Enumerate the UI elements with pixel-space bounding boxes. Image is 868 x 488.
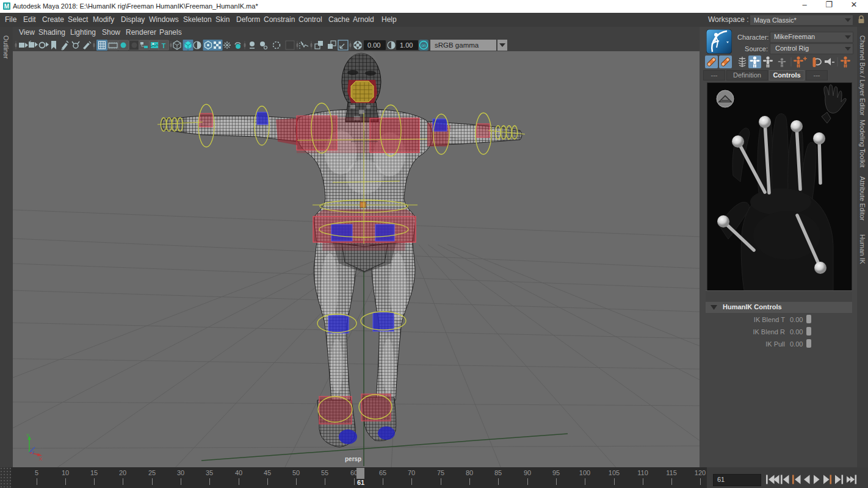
svg-text:X: X bbox=[39, 456, 43, 462]
svg-text:T: T bbox=[162, 42, 166, 49]
svg-text:0.00: 0.00 bbox=[367, 41, 380, 49]
svg-text:persp: persp bbox=[345, 456, 361, 462]
svg-text:sRGB gamma: sRGB gamma bbox=[435, 41, 479, 49]
svg-text:z: z bbox=[32, 450, 34, 455]
svg-text:1.00: 1.00 bbox=[400, 41, 413, 49]
svg-text:on: on bbox=[421, 43, 426, 48]
svg-text:Y: Y bbox=[26, 432, 30, 438]
svg-text:M: M bbox=[4, 3, 9, 10]
